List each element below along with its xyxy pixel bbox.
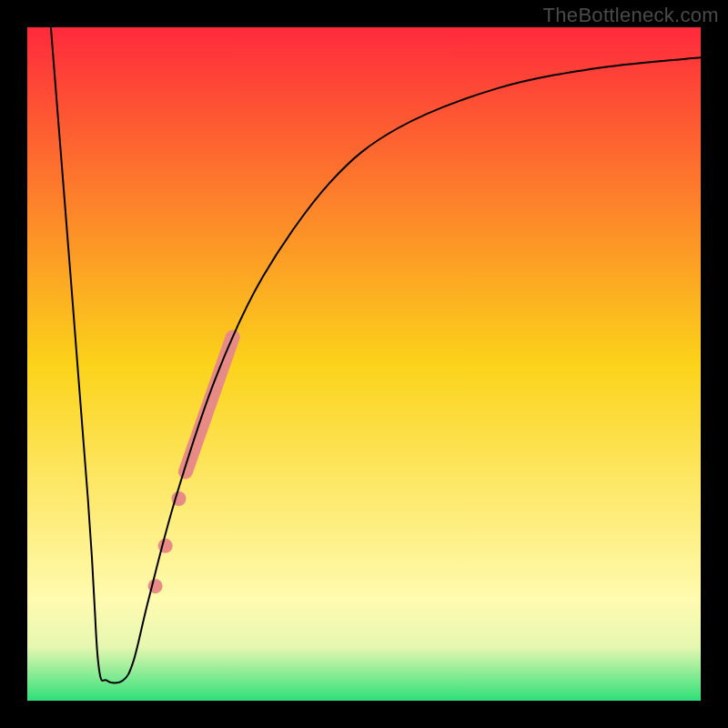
- chart-container: TheBottleneck.com: [0, 0, 728, 728]
- watermark-text: TheBottleneck.com: [543, 4, 719, 27]
- plot-background: [27, 27, 701, 701]
- bottleneck-chart: [0, 0, 728, 728]
